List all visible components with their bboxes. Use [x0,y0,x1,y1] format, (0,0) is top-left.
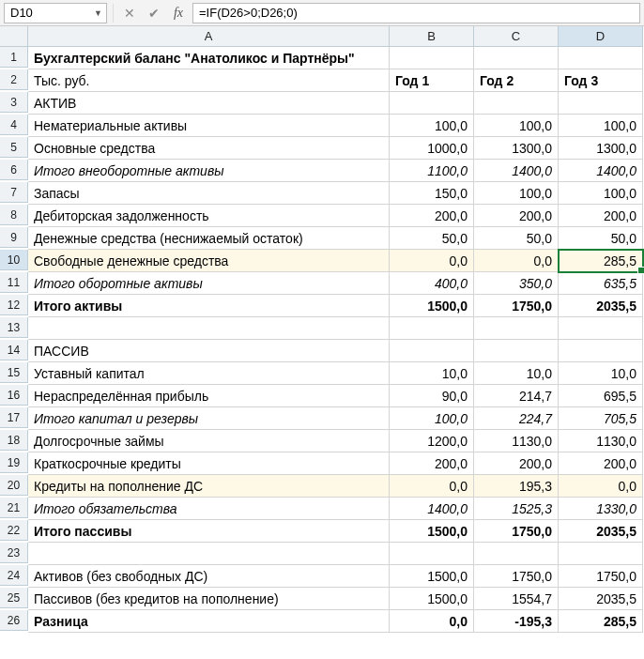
col-header-D[interactable]: D [559,26,643,47]
value-cell[interactable]: 1400,0 [390,498,474,520]
row-header[interactable]: 4 [0,115,28,135]
row-header[interactable]: 5 [0,137,28,158]
label-cell[interactable]: АКТИВ [28,92,390,115]
value-cell[interactable]: 10,0 [390,362,474,385]
value-cell[interactable]: 150,0 [390,182,474,205]
value-cell[interactable] [559,543,643,565]
value-cell[interactable]: 200,0 [474,205,559,227]
value-cell[interactable]: 1750,0 [474,295,559,317]
col-header-B[interactable]: B [390,26,474,47]
year-header[interactable]: Год 1 [390,69,474,92]
value-cell[interactable]: 10,0 [474,362,559,385]
row-header[interactable]: 20 [0,475,28,496]
row-header[interactable]: 11 [0,272,28,293]
value-cell[interactable]: 2035,5 [559,295,643,317]
value-cell[interactable]: 1400,0 [474,160,559,182]
row-header[interactable]: 14 [0,340,28,360]
value-cell[interactable]: 100,0 [474,182,559,205]
value-cell[interactable]: 285,5 [559,610,643,633]
label-cell[interactable]: Итого активы [28,295,390,317]
label-cell[interactable]: Нераспределённая прибыль [28,385,390,407]
unit-cell[interactable]: Тыс. руб. [28,69,390,92]
value-cell[interactable] [559,317,643,340]
value-cell[interactable]: 200,0 [559,205,643,227]
value-cell[interactable]: 1750,0 [559,565,643,588]
value-cell[interactable]: 400,0 [390,272,474,295]
value-cell[interactable]: 705,5 [559,407,643,430]
cell[interactable] [474,47,559,69]
label-cell[interactable]: Итого оборотные активы [28,272,390,295]
label-cell[interactable]: Итого внеоборотные активы [28,160,390,182]
name-box[interactable]: D10 ▼ [4,3,107,23]
row-header[interactable]: 21 [0,498,28,518]
value-cell[interactable]: 0,0 [390,475,474,498]
value-cell[interactable]: 1200,0 [390,430,474,452]
value-cell[interactable]: 50,0 [559,227,643,250]
col-header-C[interactable]: C [474,26,559,47]
value-cell[interactable]: 224,7 [474,407,559,430]
value-cell[interactable] [390,543,474,565]
value-cell[interactable]: 100,0 [390,115,474,137]
label-cell[interactable]: Итого пассивы [28,520,390,543]
value-cell[interactable]: 1750,0 [474,565,559,588]
spreadsheet-grid[interactable]: ABCD1Бухгалтерский баланс "Анатоликос и … [0,26,644,633]
value-cell[interactable] [474,340,559,362]
row-header[interactable]: 24 [0,565,28,586]
row-header[interactable]: 13 [0,317,28,338]
label-cell[interactable]: Разница [28,610,390,633]
row-header[interactable]: 3 [0,92,28,113]
value-cell[interactable]: 695,5 [559,385,643,407]
active-cell[interactable]: 285,5 [559,250,643,272]
value-cell[interactable]: 1130,0 [559,430,643,452]
label-cell[interactable]: ПАССИВ [28,340,390,362]
label-cell[interactable]: Краткосрочные кредиты [28,452,390,475]
value-cell[interactable]: 1525,3 [474,498,559,520]
value-cell[interactable]: 214,7 [474,385,559,407]
row-header[interactable]: 25 [0,588,28,608]
value-cell[interactable]: 635,5 [559,272,643,295]
label-cell[interactable]: Пассивов (без кредитов на пополнение) [28,588,390,610]
row-header[interactable]: 8 [0,205,28,225]
label-cell[interactable]: Запасы [28,182,390,205]
value-cell[interactable]: 1400,0 [559,160,643,182]
value-cell[interactable]: 100,0 [390,407,474,430]
value-cell[interactable]: 1500,0 [390,295,474,317]
row-header[interactable]: 16 [0,385,28,406]
label-cell[interactable]: Основные средства [28,137,390,160]
value-cell[interactable]: 50,0 [390,227,474,250]
row-header[interactable]: 17 [0,407,28,428]
value-cell[interactable]: 1300,0 [559,137,643,160]
value-cell[interactable]: 195,3 [474,475,559,498]
label-cell[interactable]: Денежные средства (неснижаемый остаток) [28,227,390,250]
value-cell[interactable]: 1500,0 [390,520,474,543]
value-cell[interactable]: 100,0 [559,115,643,137]
value-cell[interactable] [390,92,474,115]
value-cell[interactable]: 1500,0 [390,565,474,588]
row-header[interactable]: 22 [0,520,28,541]
cell[interactable] [390,47,474,69]
row-header[interactable]: 12 [0,295,28,315]
value-cell[interactable]: 10,0 [559,362,643,385]
value-cell[interactable]: 2035,5 [559,588,643,610]
value-cell[interactable] [390,317,474,340]
cell[interactable] [559,47,643,69]
row-header[interactable]: 9 [0,227,28,248]
value-cell[interactable]: 350,0 [474,272,559,295]
value-cell[interactable]: 1750,0 [474,520,559,543]
row-header[interactable]: 2 [0,69,28,90]
row-header[interactable]: 6 [0,160,28,180]
value-cell[interactable]: 200,0 [474,452,559,475]
value-cell[interactable]: 200,0 [390,452,474,475]
value-cell[interactable]: 1000,0 [390,137,474,160]
value-cell[interactable]: 0,0 [474,250,559,272]
col-header-A[interactable]: A [28,26,390,47]
value-cell[interactable]: 90,0 [390,385,474,407]
value-cell[interactable]: 1500,0 [390,588,474,610]
value-cell[interactable]: 0,0 [390,610,474,633]
value-cell[interactable] [559,92,643,115]
row-header[interactable]: 7 [0,182,28,203]
title-cell[interactable]: Бухгалтерский баланс "Анатоликос и Партн… [28,47,390,69]
value-cell[interactable]: 100,0 [559,182,643,205]
label-cell[interactable]: Свободные денежные средства [28,250,390,272]
value-cell[interactable]: 200,0 [390,205,474,227]
